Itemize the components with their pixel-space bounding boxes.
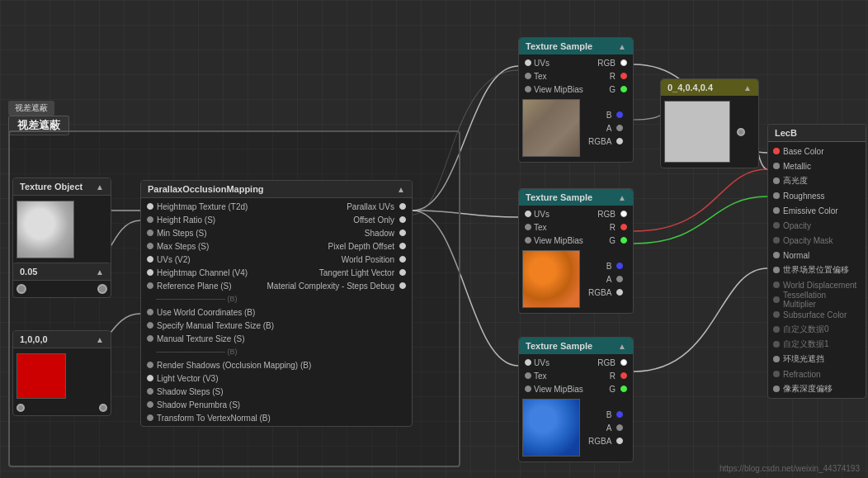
- lecb-opacitymask-row: Opacity Mask: [768, 233, 866, 248]
- watermark: https://blog.csdn.net/weixin_44374193: [719, 464, 860, 473]
- node-005-arrow[interactable]: ▲: [96, 267, 104, 277]
- node-1000-arrow[interactable]: ▲: [96, 335, 104, 344]
- parallax-maxsteps-row: Max Steps (S) Pixel Depth Offset: [141, 239, 412, 253]
- roughness-label: Roughness: [783, 192, 825, 201]
- lecb-subsurface-row: Subsurface Color: [768, 307, 866, 322]
- parallax-heightmap-row: Heightmap Texture (T2d) Parallax UVs: [141, 200, 412, 213]
- parallax-useworldcoords-row: Use World Coordinates (B): [141, 305, 412, 319]
- tex3-tex-row: Tex R: [519, 369, 633, 382]
- lecb-tessellation-row: Tessellation Multiplier: [768, 292, 866, 307]
- parallax-transformvertex-row: Transform To VertexNormal (B): [141, 411, 412, 424]
- tex2-uvs-row: UVs RGB: [519, 207, 633, 220]
- vec-1000-header: 1,0,0,0 ▲: [13, 331, 111, 348]
- tex3-arrow[interactable]: ▲: [618, 342, 626, 351]
- small-label-tag: 视差遮蔽: [8, 101, 54, 116]
- const-value: 0_4,0.4,0.4: [668, 83, 713, 92]
- tex2-mipbias-row: View MipBias G: [519, 234, 633, 247]
- tex1-uvs-row: UVs RGB: [519, 56, 633, 69]
- parallax-rendershadows-row: Render Shadows (Occlusion Mapping) (B): [141, 358, 412, 372]
- tex1-tex-row: Tex R: [519, 69, 633, 83]
- parallax-uvs-row: UVs (V2) World Position: [141, 253, 412, 266]
- lecb-emissive-row: Emissive Color: [768, 203, 866, 218]
- tex1-arrow[interactable]: ▲: [618, 42, 626, 51]
- texture-object-header: Texture Object ▲: [13, 178, 111, 196]
- lecb-custom0-row: 自定义数据0: [768, 322, 866, 337]
- lecb-node: LecB Base Color Metallic 高光度 Roughness E…: [767, 124, 866, 399]
- texture-sample-2-node: Texture Sample ▲ UVs RGB Tex R View MipB…: [518, 188, 634, 314]
- vec-005-node: 0.05 ▲: [12, 263, 111, 298]
- tex3-rgba-row: RGBA: [585, 434, 629, 447]
- lecb-refraction-row: Refraction: [768, 367, 866, 381]
- lecb-specular-row: 高光度: [768, 173, 866, 188]
- lecb-custom1-row: 自定义数据1: [768, 337, 866, 352]
- parallax-heightchannel-row: Heightmap Channel (V4) Tangent Light Vec…: [141, 266, 412, 279]
- lecb-header: LecB: [768, 125, 866, 142]
- tex2-a-row: A: [585, 272, 629, 286]
- tex2-header: Texture Sample ▲: [519, 189, 633, 206]
- tex3-b-row: B: [585, 408, 629, 421]
- tex1-a-row: A: [585, 121, 629, 135]
- parallax-lightvector-row: Light Vector (V3): [141, 372, 412, 385]
- constant-node: 0_4,0.4,0.4 ▲: [660, 78, 759, 168]
- tex1-header: Texture Sample ▲: [519, 38, 633, 54]
- lecb-ambientocclusion-row: 环境光遮挡: [768, 352, 866, 367]
- tex1-rgba-row: RGBA: [585, 135, 629, 148]
- lecb-roughness-row: Roughness: [768, 188, 866, 203]
- tex2-tex-row: Tex R: [519, 220, 633, 234]
- lecb-opacity-row: Opacity: [768, 218, 866, 233]
- parallax-sep1: ---------------------------- (B): [141, 292, 412, 305]
- parallax-manualtex-row: Manual Texture Size (S): [141, 332, 412, 345]
- tex1-b-row: B: [585, 108, 629, 121]
- lecb-worldoffset-row: 世界场景位置偏移: [768, 263, 866, 277]
- tex3-uvs-row: UVs RGB: [519, 356, 633, 369]
- tex3-a-row: A: [585, 421, 629, 434]
- const-arrow[interactable]: ▲: [743, 83, 752, 92]
- parallax-shadowsteps-row: Shadow Steps (S): [141, 385, 412, 398]
- parallax-specifymanual-row: Specify Manual Texture Size (B): [141, 319, 412, 332]
- lecb-pixeldepth-row: 像素深度偏移: [768, 381, 866, 396]
- parallax-minsteps-row: Min Steps (S) Shadow: [141, 226, 412, 239]
- lecb-basecolor-row: Base Color: [768, 144, 866, 159]
- tex3-header: Texture Sample ▲: [519, 338, 633, 354]
- tex2-b-row: B: [585, 259, 629, 272]
- node-collapse-arrow[interactable]: ▲: [96, 182, 104, 192]
- tex3-mipbias-row: View MipBias G: [519, 382, 633, 395]
- vec-005-header: 0.05 ▲: [13, 263, 111, 281]
- parallax-arrow[interactable]: ▲: [397, 185, 405, 194]
- lecb-normal-row: Normal: [768, 248, 866, 263]
- vec-1000-node: 1,0,0,0 ▲: [12, 330, 111, 416]
- parallax-occlusion-node: ParallaxOcclusionMapping ▲ Heightmap Tex…: [140, 180, 413, 427]
- parallax-heightratio-row: Height Ratio (S) Offset Only: [141, 213, 412, 226]
- const-header: 0_4,0.4,0.4 ▲: [661, 79, 758, 96]
- parallax-header: ParallaxOcclusionMapping ▲: [141, 181, 412, 198]
- parallax-sep2: ---------------------------- (B): [141, 345, 412, 358]
- tex2-rgba-row: RGBA: [585, 286, 629, 299]
- tex2-arrow[interactable]: ▲: [618, 193, 626, 202]
- lecb-metallic-row: Metallic: [768, 159, 866, 173]
- tex1-mipbias-row: View MipBias G: [519, 83, 633, 96]
- texture-sample-3-node: Texture Sample ▲ UVs RGB Tex R View MipB…: [518, 337, 634, 462]
- parallax-shadowpenumbra-row: Shadow Penumbra (S): [141, 398, 412, 411]
- parallax-refplane-row: Reference Plane (S) Material Complexity …: [141, 279, 412, 292]
- texture-sample-1-node: Texture Sample ▲ UVs RGB Tex R View MipB…: [518, 37, 634, 163]
